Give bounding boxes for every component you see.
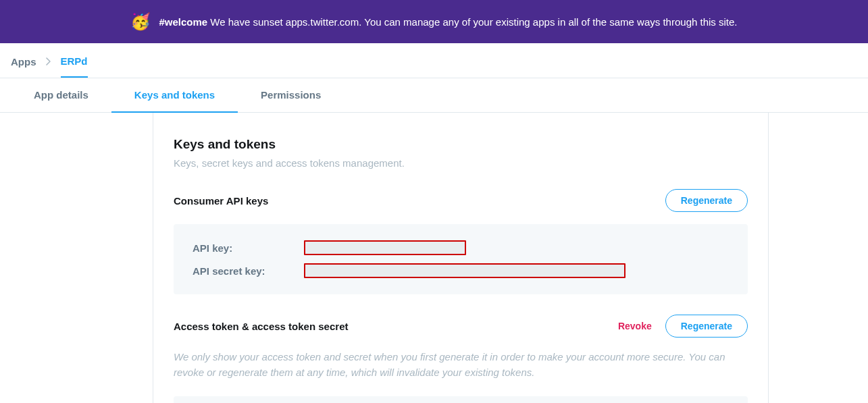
api-secret-row: API secret key:	[193, 263, 729, 278]
page-title: Keys and tokens	[174, 137, 748, 152]
api-key-label: API key:	[193, 242, 304, 254]
api-key-row: API key:	[193, 240, 729, 255]
banner-text: #welcome We have sunset apps.twitter.com…	[159, 16, 737, 28]
banner-hashtag: #welcome	[159, 16, 207, 28]
breadcrumb-current[interactable]: ERPd	[61, 55, 88, 78]
access-token-note: We only show your access token and secre…	[174, 350, 748, 380]
access-token-title: Access token & access token secret	[174, 321, 348, 332]
consumer-keys-title: Consumer API keys	[174, 195, 268, 207]
page-subtitle: Keys, secret keys and access tokens mana…	[174, 157, 748, 169]
regenerate-access-button[interactable]: Regenerate	[665, 315, 748, 338]
consumer-keys-box: API key: API secret key:	[174, 224, 748, 294]
regenerate-consumer-button[interactable]: Regenerate	[665, 189, 748, 212]
tab-bar: App details Keys and tokens Permissions	[0, 78, 868, 113]
tab-permissions[interactable]: Permissions	[238, 78, 344, 112]
chevron-right-icon	[46, 57, 51, 77]
tab-app-details[interactable]: App details	[11, 78, 111, 112]
breadcrumb: Apps ERPd	[0, 43, 868, 78]
banner-message: We have sunset apps.twitter.com. You can…	[207, 16, 737, 28]
announcement-banner: 🥳 #welcome We have sunset apps.twitter.c…	[0, 0, 868, 43]
revoke-link[interactable]: Revoke	[618, 321, 652, 331]
access-token-box	[174, 396, 748, 403]
breadcrumb-apps[interactable]: Apps	[11, 56, 36, 77]
main-card: Keys and tokens Keys, secret keys and ac…	[153, 113, 769, 403]
api-secret-label: API secret key:	[193, 265, 304, 277]
party-emoji-icon: 🥳	[130, 14, 151, 30]
api-key-value-redacted	[304, 240, 466, 255]
tab-keys-tokens[interactable]: Keys and tokens	[111, 78, 238, 113]
api-secret-value-redacted	[304, 263, 626, 278]
